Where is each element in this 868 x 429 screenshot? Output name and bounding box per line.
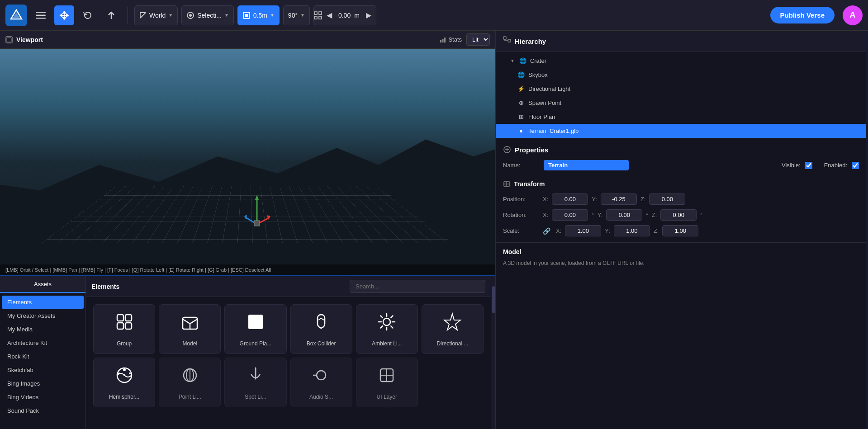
position-y-input[interactable] bbox=[601, 193, 637, 205]
angle-group[interactable]: 90° ▼ bbox=[283, 5, 310, 25]
extra2-label: Spot Li... bbox=[245, 394, 266, 400]
rot-x-label: X: bbox=[543, 212, 548, 218]
bottom-panel: Assets Elements My Creator Assets My Med… bbox=[0, 275, 495, 429]
rotation-label: Rotation: bbox=[503, 212, 539, 218]
hierarchy-item-spawn-point[interactable]: ⊕ Spawn Point bbox=[496, 96, 866, 110]
model-title: Model bbox=[503, 248, 859, 255]
asset-item-sound-pack[interactable]: Sound Pack bbox=[2, 404, 84, 417]
position-z-input[interactable] bbox=[649, 193, 685, 205]
properties-section: Properties Name: Visible: Enabled: bbox=[496, 140, 866, 429]
rotation-x-input[interactable] bbox=[552, 209, 588, 221]
element-card-extra3[interactable]: Audio S... bbox=[290, 358, 352, 407]
svg-rect-29 bbox=[125, 323, 132, 329]
publish-button[interactable]: Publish Verse bbox=[770, 7, 835, 24]
grid-next-button[interactable]: ▶ bbox=[361, 6, 376, 25]
svg-point-43 bbox=[123, 368, 126, 371]
asset-item-rock-kit[interactable]: Rock Kit bbox=[2, 350, 84, 363]
hierarchy-icon bbox=[503, 36, 511, 46]
box-collider-icon bbox=[311, 312, 331, 336]
rot-z-label: Z: bbox=[652, 212, 657, 218]
element-card-ambient-light[interactable]: Ambient Li... bbox=[356, 304, 418, 354]
element-card-box-collider[interactable]: Box Collider bbox=[290, 304, 352, 354]
right-panel: Hierarchy ▼ 🌐 Crater 🌐 Skybox ⚡ Directio… bbox=[495, 31, 866, 429]
element-card-group[interactable]: Group bbox=[93, 304, 155, 354]
visible-checkbox[interactable] bbox=[805, 162, 812, 169]
stats-button[interactable]: Stats bbox=[440, 36, 462, 43]
rotation-z-input[interactable] bbox=[660, 209, 697, 221]
scale-y-input[interactable] bbox=[614, 225, 650, 236]
element-card-extra4[interactable]: UI Layer bbox=[356, 358, 418, 407]
lit-select[interactable]: Lit bbox=[466, 33, 490, 46]
hierarchy-item-skybox[interactable]: 🌐 Skybox bbox=[496, 68, 866, 82]
viewport-icon bbox=[5, 36, 13, 43]
selection-mode-group[interactable]: Selecti... ▼ bbox=[181, 5, 234, 25]
spawn-point-label: Spawn Point bbox=[528, 99, 561, 106]
elements-title: Elements bbox=[91, 283, 119, 290]
world-arrow: ▼ bbox=[168, 13, 173, 18]
element-card-directional[interactable]: Directional ... bbox=[422, 304, 484, 354]
rotation-y-input[interactable] bbox=[606, 209, 642, 221]
transform-section: Transform Position: X: Y: Z: Rotation: X… bbox=[496, 173, 866, 242]
selection-arrow: ▼ bbox=[224, 13, 229, 18]
scrollbar-thumb[interactable] bbox=[492, 286, 495, 313]
model-label: Model bbox=[182, 340, 197, 347]
coordinate-system-group[interactable]: World ▼ bbox=[134, 5, 178, 25]
asset-item-bing-images[interactable]: Bing Images bbox=[2, 377, 84, 390]
tab-assets[interactable]: Assets bbox=[0, 276, 85, 293]
asset-item-my-media[interactable]: My Media bbox=[2, 323, 84, 336]
element-card-model[interactable]: Model bbox=[159, 304, 221, 354]
menu-button[interactable] bbox=[31, 5, 51, 25]
asset-item-bing-videos[interactable]: Bing Videos bbox=[2, 391, 84, 404]
skybox-icon: 🌐 bbox=[517, 71, 525, 78]
asset-item-elements[interactable]: Elements bbox=[2, 296, 84, 309]
group-label: Group bbox=[117, 340, 132, 347]
snap-arrow: ▼ bbox=[270, 13, 275, 18]
main-layout: Viewport Stats Lit bbox=[0, 31, 868, 429]
asset-item-my-creator-assets[interactable]: My Creator Assets bbox=[2, 309, 84, 322]
avatar[interactable]: A bbox=[843, 5, 863, 25]
svg-rect-25 bbox=[254, 221, 260, 226]
hierarchy-item-floor-plan[interactable]: ⊞ Floor Plan bbox=[496, 110, 866, 124]
move-tool-button[interactable] bbox=[54, 5, 74, 25]
elements-scrollbar[interactable] bbox=[491, 276, 495, 429]
extra4-icon bbox=[377, 365, 397, 389]
position-x-input[interactable] bbox=[552, 193, 588, 205]
viewport-canvas bbox=[0, 49, 495, 275]
toolbar: World ▼ Selecti... ▼ 0.5m ▼ 90° ▼ ◀ 0.00… bbox=[0, 0, 868, 31]
element-card-extra1[interactable]: Point Li... bbox=[159, 358, 221, 407]
element-card-extra2[interactable]: Spot Li... bbox=[224, 358, 286, 407]
grid-prev-button[interactable]: ◀ bbox=[322, 6, 337, 25]
element-card-ground-plane[interactable]: Ground Pla... bbox=[224, 304, 286, 354]
ambient-light-icon bbox=[377, 312, 397, 336]
position-row: Position: X: Y: Z: bbox=[496, 191, 866, 207]
angle-label: 90° bbox=[288, 12, 298, 19]
viewport-container: Viewport Stats Lit bbox=[0, 31, 495, 275]
svg-rect-16 bbox=[440, 40, 441, 42]
enabled-checkbox[interactable] bbox=[852, 162, 859, 169]
terrain-label: Terrain_Crater1.glb bbox=[528, 127, 579, 134]
grid-group[interactable]: ◀ 0.00 m ▶ bbox=[313, 5, 376, 25]
name-input[interactable] bbox=[544, 160, 629, 170]
scale-x-input[interactable] bbox=[565, 225, 601, 236]
viewport-3d[interactable]: [LMB] Orbit / Select | [MMB] Pan | [RMB]… bbox=[0, 49, 495, 275]
pos-z-label: Z: bbox=[640, 196, 646, 203]
snap-group[interactable]: 0.5m ▼ bbox=[237, 5, 280, 25]
refresh-button[interactable] bbox=[78, 5, 98, 25]
svg-rect-55 bbox=[503, 37, 506, 39]
element-card-hemisphere[interactable]: Hemispher... bbox=[93, 358, 155, 407]
ground-plane-label: Ground Pla... bbox=[240, 340, 272, 347]
rot-y-label: Y: bbox=[598, 212, 603, 218]
undo-button[interactable] bbox=[101, 5, 121, 25]
stats-icon bbox=[440, 37, 446, 43]
visible-label: Visible: bbox=[782, 162, 801, 169]
asset-item-architecture-kit[interactable]: Architecture Kit bbox=[2, 336, 84, 349]
hierarchy-item-directional-light[interactable]: ⚡ Directional Light bbox=[496, 82, 866, 96]
hierarchy-item-crater[interactable]: ▼ 🌐 Crater bbox=[496, 54, 866, 68]
pos-y-label: Y: bbox=[592, 196, 597, 203]
scale-z-input[interactable] bbox=[662, 225, 698, 236]
asset-item-sketchfab[interactable]: Sketchfab bbox=[2, 363, 84, 377]
elements-search-input[interactable] bbox=[350, 280, 485, 293]
hierarchy-item-terrain[interactable]: ● Terrain_Crater1.glb bbox=[496, 124, 866, 138]
link-icon: 🔗 bbox=[543, 227, 550, 235]
position-label: Position: bbox=[503, 196, 539, 203]
